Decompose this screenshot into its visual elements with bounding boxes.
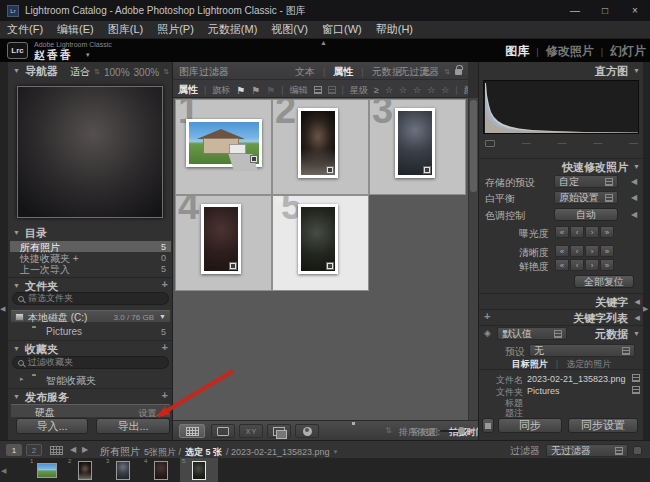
auto-sync-toggle[interactable] — [482, 418, 494, 433]
histogram-header[interactable]: 直方图 ▼ — [479, 64, 643, 78]
exposure-decrease-button[interactable]: ‹ — [570, 226, 584, 238]
menu-item-file[interactable]: 文件(F) — [0, 22, 50, 37]
disk-expand-icon[interactable]: ▼ — [159, 313, 166, 320]
source-dropdown-icon[interactable]: ▾ — [334, 448, 338, 456]
add-folder-icon[interactable]: + — [162, 278, 168, 290]
publish-services-header[interactable]: ▼ 发布服务 + — [8, 388, 173, 402]
collections-filter-input[interactable]: 过滤收藏夹 — [12, 356, 169, 369]
primary-monitor-button[interactable]: 1 — [6, 444, 22, 456]
keywording-header[interactable]: 关键字 ◀ — [479, 293, 643, 307]
sync-button[interactable]: 同步 — [498, 418, 562, 433]
survey-view-button[interactable] — [267, 424, 291, 438]
filmstrip-filter-select[interactable]: 无过滤器 — [546, 444, 628, 457]
flag-pick-icon[interactable]: ⚑ — [236, 85, 245, 96]
filter-preset-select[interactable]: 无过滤器 — [399, 65, 439, 79]
filmstrip-item-2[interactable]: 2 — [66, 458, 104, 482]
grid-cell-3[interactable]: 3 — [369, 99, 466, 195]
filter-tab-text[interactable]: 文本 — [295, 65, 315, 79]
sort-direction-icon[interactable]: ⇅ — [385, 426, 392, 435]
menu-item-help[interactable]: 帮助(H) — [369, 22, 420, 37]
quick-develop-header[interactable]: 快速修改照片 ▼ — [479, 158, 643, 172]
status-source-info[interactable]: 所有照片 5张照片 / 选定 5 张 / 2023-02-21_135823.p… — [100, 445, 337, 458]
clarity-decrease-button[interactable]: ‹ — [570, 245, 584, 257]
add-keyword-icon[interactable]: + — [484, 310, 490, 322]
grid-cell-1[interactable]: 1 — [175, 99, 272, 195]
vibrance-increase-button[interactable]: › — [585, 259, 599, 271]
clarity-decrease-large-button[interactable]: « — [555, 245, 569, 257]
catalog-item-previous-import[interactable]: 上一次导入 5 — [10, 263, 171, 274]
grid-cell-5-selected[interactable]: 5 — [272, 195, 369, 291]
expand-right-icon[interactable]: ▸ — [20, 375, 24, 383]
reset-all-button[interactable]: 全部复位 — [574, 275, 634, 288]
vibrance-decrease-button[interactable]: ‹ — [570, 259, 584, 271]
right-panel-collapse-strip[interactable]: ▶ — [643, 62, 650, 440]
export-button[interactable]: 导出... — [96, 418, 170, 434]
white-balance-select[interactable]: 原始设置 — [554, 191, 618, 204]
tab-target-photo[interactable]: 目标照片 — [512, 358, 548, 371]
filmstrip-item-1[interactable]: 1 — [28, 458, 66, 482]
clarity-increase-button[interactable]: › — [585, 245, 599, 257]
keyword-list-header[interactable]: + 关键字列表 ◀ — [479, 309, 643, 323]
close-button[interactable]: × — [620, 0, 650, 21]
add-collection-icon[interactable]: + — [162, 341, 168, 353]
flag-unflagged-icon[interactable]: ⚑ — [251, 85, 260, 96]
catalog-header[interactable]: ▼ 目录 — [8, 226, 173, 240]
filter-switch-icon[interactable] — [633, 446, 642, 455]
previous-photo-icon[interactable]: ◀ — [70, 445, 76, 454]
next-photo-icon[interactable]: ▶ — [82, 445, 88, 454]
grid-view-button[interactable] — [179, 424, 205, 438]
menu-item-photo[interactable]: 照片(P) — [150, 22, 201, 37]
secondary-monitor-button[interactable]: 2 — [26, 444, 42, 456]
toolbar-options-icon[interactable]: ▼ — [468, 427, 475, 434]
navigator-header[interactable]: ▼ 导航器 适合 ⇅ 100% 300% ⇅ — [8, 64, 173, 78]
zoom-300-option[interactable]: 300% — [134, 67, 160, 78]
histogram-plot[interactable] — [483, 80, 639, 134]
loupe-view-button[interactable] — [211, 424, 235, 438]
filename-action-icon[interactable] — [632, 374, 640, 382]
preset-stepper-icon[interactable]: ⇅ — [444, 68, 450, 76]
filmstrip-item-5-selected[interactable]: 5 — [180, 458, 218, 482]
module-tab-develop[interactable]: 修改照片 — [546, 43, 594, 60]
preset-value-select[interactable]: 无 — [529, 344, 635, 357]
edited-filter-icon[interactable] — [314, 86, 322, 94]
folders-filter-input[interactable]: 筛选文件夹 — [12, 292, 169, 305]
flag-reject-icon[interactable]: ⚑ — [266, 85, 275, 96]
unedited-filter-icon[interactable] — [328, 86, 336, 94]
expand-section-icon[interactable]: ◀ — [631, 210, 637, 219]
collection-row-smart[interactable]: ▸ 智能收藏夹 — [10, 374, 171, 385]
exposure-increase-large-button[interactable]: » — [600, 226, 614, 238]
exposure-decrease-large-button[interactable]: « — [555, 226, 569, 238]
left-panel-collapse-strip[interactable]: ◀ — [0, 62, 8, 440]
exposure-increase-button[interactable]: › — [585, 226, 599, 238]
filmstrip-scroll-left-icon[interactable]: ◀ — [1, 467, 6, 475]
metadata-preset-select[interactable]: 默认值 — [497, 327, 567, 340]
top-panel-collapse-icon[interactable]: ▲ — [320, 39, 327, 46]
collections-header[interactable]: ▼ 收藏夹 + — [8, 340, 173, 354]
folder-row-pictures[interactable]: Pictures 5 — [10, 326, 171, 337]
filter-tab-metadata[interactable]: 元数据 — [372, 65, 402, 79]
vibrance-increase-large-button[interactable]: » — [600, 259, 614, 271]
star-icon[interactable]: ☆ — [385, 85, 393, 95]
star-icon[interactable]: ☆ — [441, 85, 449, 95]
zoom-fit-option[interactable]: 适合 — [70, 65, 90, 79]
menu-item-metadata[interactable]: 元数据(M) — [201, 22, 265, 37]
expand-section-icon[interactable]: ◀ — [631, 177, 637, 186]
expand-section-icon[interactable]: ◀ — [631, 193, 637, 202]
metadata-header[interactable]: ◈ 默认值 元数据 ▼ — [479, 325, 643, 341]
tab-selected-photos[interactable]: 选定的照片 — [566, 358, 611, 371]
auto-tone-button[interactable]: 自动 — [554, 208, 618, 221]
menu-item-edit[interactable]: 编辑(E) — [50, 22, 101, 37]
identity-dropdown-icon[interactable]: ▾ — [86, 51, 90, 59]
menu-item-view[interactable]: 视图(V) — [264, 22, 315, 37]
menu-item-window[interactable]: 窗口(W) — [315, 22, 369, 37]
star-icon[interactable]: ☆ — [427, 85, 435, 95]
grid-cell-2[interactable]: 2 — [272, 99, 369, 195]
folder-row-disk[interactable]: 本地磁盘 (C:) 3.0 / 76 GB ▼ — [10, 310, 171, 323]
filter-tab-attribute[interactable]: 属性 — [333, 65, 353, 79]
grid-view-shortcut-icon[interactable] — [50, 446, 63, 455]
star-icon[interactable]: ☆ — [413, 85, 421, 95]
grid-scrollbar[interactable] — [468, 98, 478, 420]
people-view-button[interactable] — [295, 424, 319, 438]
lock-icon[interactable] — [455, 69, 462, 75]
zoom-100-option[interactable]: 100% — [104, 67, 130, 78]
